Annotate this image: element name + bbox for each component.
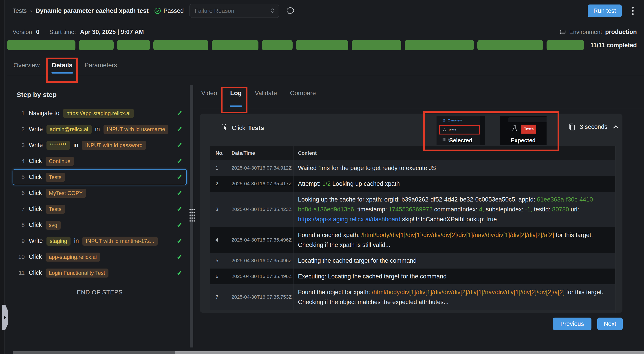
log-row-number: 6 [210, 269, 227, 284]
collapse-chevron-up-icon[interactable] [612, 124, 620, 130]
step-connector: in [95, 126, 100, 133]
log-text: Found a cached xpath: [298, 232, 361, 238]
breadcrumb[interactable]: Tests [12, 8, 27, 14]
step-row-1[interactable]: 1Navigate tohttps://app-staging.relicx.a… [12, 105, 187, 121]
tab-parameters[interactable]: Parameters [84, 60, 118, 75]
horizontal-scrollbar-track[interactable] [13, 351, 175, 354]
step-verb: Click [29, 253, 42, 260]
col-header-content: Content [294, 146, 615, 160]
steps-panel: Step by step 1Navigate tohttps://app-sta… [12, 89, 187, 296]
log-text: 80780 [552, 206, 569, 213]
step-row-5[interactable]: 5ClickTests✓ [12, 169, 187, 185]
log-row-1: 12025-04-30T16:07:34.912ZWaited 1ms for … [210, 160, 615, 176]
step-row-7[interactable]: 7ClickTests✓ [12, 201, 187, 217]
selected-screenshot-thumbnail[interactable]: Overview Tests Suites Selected [436, 116, 485, 145]
step-row-6[interactable]: 6ClickMyTest COPY✓ [12, 185, 187, 201]
step-row-2[interactable]: 2Writeadmin@relicx.aiinINPUT with id use… [12, 121, 187, 137]
step-verb: Click [29, 174, 42, 181]
step-target-badge: Login Functionality Test [46, 269, 108, 278]
step-number: 4 [15, 158, 25, 165]
step-target-badge: INPUT with id username [104, 125, 169, 134]
log-row-number: 4 [210, 227, 227, 253]
step-verb: Click [29, 269, 42, 276]
step-verb: Navigate to [29, 110, 60, 117]
log-row-5: 52025-04-30T16:07:35.496ZLocating the ca… [210, 253, 615, 269]
step-number: 10 [15, 253, 25, 260]
page-title: Dynamic parameter cached xpath test [36, 7, 149, 14]
step-row-8[interactable]: 8Clicksvg✓ [12, 217, 187, 233]
step-target-badge: svg [46, 221, 61, 230]
step-row-4[interactable]: 4ClickContinue✓ [12, 153, 187, 169]
step-number: 11 [15, 269, 25, 276]
version-value: 0 [36, 29, 40, 36]
log-text: Waited [298, 165, 318, 171]
progress-segment [117, 40, 150, 50]
log-table-header: No. Date/Time Content [210, 146, 615, 160]
comment-button[interactable] [286, 6, 295, 16]
step-verb: Write [29, 238, 43, 245]
status-badge: Passed [154, 7, 184, 14]
progress-segment [296, 40, 348, 50]
copy-icon[interactable] [568, 123, 576, 131]
kebab-menu-icon[interactable] [631, 6, 634, 16]
log-text: Found the object for xpath: [298, 289, 372, 295]
tab-log[interactable]: Log [229, 88, 242, 108]
step-target-badge: INPUT with id mantine-17z... [82, 237, 158, 246]
expected-label: Expected [500, 137, 546, 144]
failure-reason-select[interactable]: Failure Reason [190, 4, 279, 18]
horizontal-scrollbar-thumb[interactable] [175, 351, 644, 354]
log-row-4: 42025-04-30T16:07:35.496ZFound a cached … [210, 227, 615, 253]
log-xpath: /html/body/div[1]/div[1]/div/div/div[2]/… [372, 289, 564, 295]
log-table: No. Date/Time Content 12025-04-30T16:07:… [210, 146, 616, 313]
progress-segment [212, 40, 259, 50]
expected-screenshot-thumbnail[interactable]: Tests Expected [500, 116, 546, 145]
tab-validate[interactable]: Validate [254, 88, 278, 108]
progress-segment [478, 40, 543, 50]
step-value-badge: https://app-staging.relicx.ai [63, 109, 134, 118]
run-test-button[interactable]: Run test [588, 5, 622, 17]
previous-button[interactable]: Previous [553, 317, 592, 330]
step-number: 6 [15, 190, 25, 197]
panel-resize-handle[interactable] [188, 207, 195, 223]
tab-overview[interactable]: Overview [12, 60, 41, 75]
step-target-badge: Tests [46, 205, 65, 214]
duration-label: 3 seconds [580, 123, 608, 130]
tab-details[interactable]: Details [51, 60, 74, 75]
select-chevrons-icon [270, 7, 275, 14]
step-passed-check-icon: ✓ [176, 125, 183, 133]
step-row-10[interactable]: 10Clickapp-staging.relicx.ai✓ [12, 249, 187, 265]
step-row-11[interactable]: 11ClickLogin Functionality Test✓ [12, 265, 187, 281]
step-row-3[interactable]: 3Write********inINPUT with id password✓ [12, 137, 187, 153]
sidebar-expand-handle[interactable] [2, 305, 8, 330]
step-row-9[interactable]: 9WritestaginginINPUT with id mantine-17z… [12, 233, 187, 249]
col-header-no: No. [210, 146, 227, 160]
log-text: 1/2 [322, 180, 331, 187]
step-value-badge: staging [46, 237, 70, 246]
step-verb: Click [29, 190, 42, 197]
log-row-content: Locating the cached target for the comma… [294, 253, 615, 269]
progress-segment [79, 40, 114, 50]
log-row-number: 2 [210, 176, 227, 192]
log-text: commandIndex: [432, 206, 479, 213]
environment-value: production [605, 29, 637, 36]
step-passed-check-icon: ✓ [176, 141, 183, 149]
header: Tests › Dynamic parameter cached xpath t… [5, 0, 644, 22]
step-target-badge: app-staging.relicx.ai [46, 253, 100, 262]
step-passed-check-icon: ✓ [176, 237, 183, 245]
step-verb: Write [29, 142, 43, 149]
next-button[interactable]: Next [597, 317, 623, 330]
selected-label: Selected [436, 137, 485, 144]
log-text: Looking up the cache for xpath: orgId: b… [298, 196, 537, 203]
log-row-number: 3 [210, 192, 227, 227]
tab-video[interactable]: Video [200, 88, 218, 108]
tabs-divider [7, 75, 644, 75]
log-row-timestamp: 2025-04-30T16:07:35.496Z [227, 253, 294, 269]
log-link[interactable]: https://app-staging.relicx.ai/dashboard [298, 216, 400, 223]
log-row-timestamp: 2025-04-30T16:07:35.753Z [227, 284, 294, 310]
step-passed-check-icon: ✓ [176, 157, 183, 165]
start-time-label: Start time: [50, 29, 76, 36]
tab-compare[interactable]: Compare [289, 88, 317, 108]
log-row-timestamp: 2025-04-30T16:07:35.496Z [227, 227, 294, 253]
progress-segment [352, 40, 401, 50]
progress-segment [153, 40, 208, 50]
